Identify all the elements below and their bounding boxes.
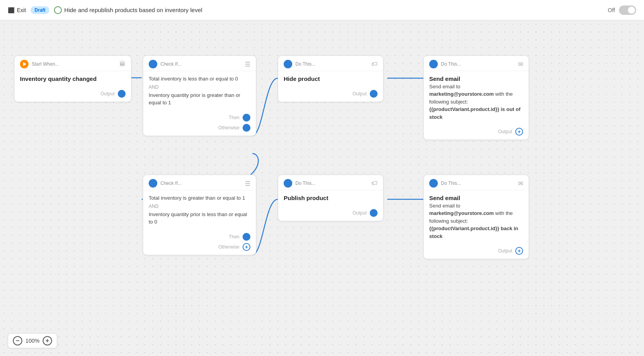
- check-if-2-then-label: Then: [229, 234, 239, 240]
- do-this-4-icon: ✉: [518, 180, 523, 187]
- start-body: Inventory quantity changed: [14, 71, 131, 88]
- check-if-1-header-left: Check If...: [149, 60, 182, 68]
- do-this-3-node: Do This... 🏷 Publish product Output: [278, 175, 383, 221]
- do-this-1-header: Do This... 🏷: [278, 56, 383, 71]
- check-if-1-cond1: Total inventory is less than or equal to…: [149, 75, 250, 83]
- check-if-2-icon: ☰: [245, 180, 250, 187]
- do-this-2-output-row: Output +: [429, 128, 523, 136]
- check-if-2-label: Check If...: [160, 181, 182, 186]
- do-this-4-footer: Output +: [424, 245, 529, 259]
- check-if-2-cond1: Total inventory is greater than or equal…: [149, 194, 250, 202]
- check-if-1-then-row: Then: [149, 114, 250, 122]
- start-output-label: Output: [101, 91, 115, 97]
- start-output-connector[interactable]: [118, 90, 126, 98]
- do-this-3-label: Do This...: [295, 181, 315, 186]
- check-if-1-node: Check If... ☰ Total inventory is less th…: [143, 55, 256, 136]
- zoom-in-button[interactable]: +: [43, 336, 52, 345]
- page-title: Hide and republish products based on inv…: [54, 6, 202, 14]
- check-if-2-and: AND: [149, 204, 250, 209]
- do-this-2-label: Do This...: [441, 61, 461, 67]
- do-this-2-icon: ✉: [518, 61, 523, 68]
- check-if-2-dot: [149, 179, 157, 188]
- do-this-4-title: Send email: [429, 194, 523, 202]
- start-title: Inventory quantity changed: [20, 75, 126, 83]
- toggle-label: Off: [608, 7, 615, 13]
- check-if-2-header: Check If... ☰: [143, 175, 256, 190]
- do-this-4-body: Send email Send email to marketing@yours…: [424, 190, 529, 245]
- start-dot: [20, 60, 29, 68]
- check-if-2-otherwise-row: Otherwise +: [149, 243, 250, 251]
- check-if-1-header: Check If... ☰: [143, 56, 256, 71]
- check-if-2-cond2: Inventory quantity prior is less than or…: [149, 211, 250, 226]
- do-this-2-header-left: Do This...: [429, 60, 461, 68]
- check-if-2-then-connector[interactable]: [243, 233, 250, 241]
- check-if-1-cond2: Inventory quantity prior is greater than…: [149, 91, 250, 107]
- check-if-2-otherwise-connector[interactable]: +: [243, 243, 250, 251]
- start-label: Start When...: [32, 61, 59, 67]
- check-if-2-header-left: Check If...: [149, 179, 182, 188]
- do-this-1-output-row: Output: [284, 90, 378, 98]
- do-this-1-header-left: Do This...: [284, 60, 315, 68]
- do-this-1-dot: [284, 60, 292, 68]
- check-if-1-icon: ☰: [245, 61, 250, 68]
- check-if-1-otherwise-row: Otherwise: [149, 124, 250, 132]
- zoom-out-button[interactable]: −: [13, 336, 22, 345]
- do-this-3-body: Publish product: [278, 190, 383, 207]
- do-this-2-output-label: Output: [498, 129, 512, 134]
- play-icon: [23, 62, 26, 66]
- check-if-2-otherwise-label: Otherwise: [218, 244, 239, 250]
- do-this-3-dot: [284, 179, 292, 188]
- do-this-3-output-row: Output: [284, 209, 378, 217]
- check-if-1-and: AND: [149, 84, 250, 90]
- topbar-left: ⬛ Exit Draft Hide and republish products…: [8, 6, 202, 14]
- check-if-1-otherwise-label: Otherwise: [218, 125, 239, 131]
- do-this-2-header: Do This... ✉: [424, 56, 529, 71]
- exit-button[interactable]: ⬛ Exit: [8, 7, 26, 13]
- do-this-3-header-left: Do This...: [284, 179, 315, 188]
- check-if-1-dot: [149, 60, 157, 68]
- do-this-2-title: Send email: [429, 75, 523, 83]
- check-if-1-then-connector[interactable]: [243, 114, 250, 122]
- exit-icon: ⬛: [8, 7, 14, 13]
- do-this-2-subject: {{productVariant.product.id}} is out of …: [429, 106, 520, 120]
- do-this-1-icon: 🏷: [371, 61, 378, 68]
- check-if-1-then-label: Then: [229, 115, 239, 120]
- do-this-1-output-connector[interactable]: [370, 90, 378, 98]
- do-this-1-body: Hide product: [278, 71, 383, 88]
- start-node-header: Start When... 🏛: [14, 56, 131, 71]
- do-this-2-email: marketing@yourstore.com: [429, 91, 494, 97]
- do-this-2-node: Do This... ✉ Send email Send email to ma…: [423, 55, 529, 140]
- check-if-2-then-row: Then: [149, 233, 250, 241]
- do-this-2-prefix: Send email to: [429, 84, 461, 89]
- zoom-controls: − 100% +: [8, 333, 57, 348]
- start-icon: 🏛: [119, 61, 126, 68]
- start-footer: Output: [14, 88, 131, 102]
- do-this-3-title: Publish product: [284, 194, 378, 202]
- topbar: ⬛ Exit Draft Hide and republish products…: [0, 0, 644, 20]
- do-this-3-footer: Output: [278, 207, 383, 221]
- check-if-2-node: Check If... ☰ Total inventory is greater…: [143, 175, 256, 255]
- do-this-2-output-connector[interactable]: +: [515, 128, 523, 136]
- start-node-header-left: Start When...: [20, 60, 59, 68]
- do-this-4-output-connector[interactable]: +: [515, 247, 523, 255]
- do-this-4-subject: {{productVariant.product.id}} back in st…: [429, 225, 518, 239]
- start-output-row: Output: [20, 90, 126, 98]
- start-node: Start When... 🏛 Inventory quantity chang…: [14, 55, 131, 102]
- do-this-4-label: Do This...: [441, 181, 461, 186]
- do-this-1-footer: Output: [278, 88, 383, 102]
- do-this-4-email: marketing@yourstore.com: [429, 210, 494, 216]
- do-this-4-header: Do This... ✉: [424, 175, 529, 190]
- check-if-1-otherwise-connector[interactable]: [243, 124, 250, 132]
- check-if-1-body: Total inventory is less than or equal to…: [143, 71, 256, 111]
- check-if-2-footer: Then Otherwise +: [143, 231, 256, 255]
- do-this-1-node: Do This... 🏷 Hide product Output: [278, 55, 383, 102]
- do-this-3-output-label: Output: [353, 210, 367, 216]
- check-if-2-body: Total inventory is greater than or equal…: [143, 190, 256, 231]
- workflow-canvas: Start When... 🏛 Inventory quantity chang…: [0, 20, 644, 356]
- do-this-4-node: Do This... ✉ Send email Send email to ma…: [423, 175, 529, 259]
- do-this-3-header: Do This... 🏷: [278, 175, 383, 190]
- toggle-switch[interactable]: [619, 5, 636, 15]
- draft-badge: Draft: [31, 6, 49, 14]
- do-this-3-output-connector[interactable]: [370, 209, 378, 217]
- check-if-1-footer: Then Otherwise: [143, 111, 256, 136]
